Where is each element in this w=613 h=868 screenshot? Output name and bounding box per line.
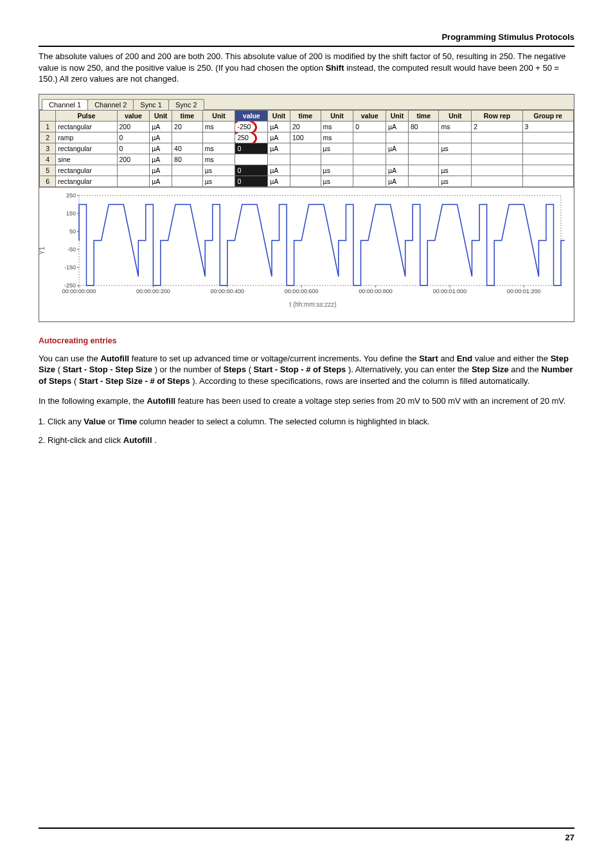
cell[interactable]: 100 <box>290 132 321 143</box>
column-header[interactable]: value <box>353 110 386 121</box>
cell[interactable]: ms <box>202 154 235 165</box>
cell[interactable] <box>172 165 203 176</box>
cell[interactable] <box>290 176 321 186</box>
cell[interactable]: ramp <box>56 132 117 143</box>
cell[interactable]: µs <box>202 176 235 186</box>
cell[interactable]: µs <box>439 165 472 176</box>
cell[interactable] <box>172 176 203 186</box>
cell[interactable]: µA <box>268 132 290 143</box>
table-row[interactable]: 5rectangularµAµs0µAµsµAµs <box>40 165 574 176</box>
cell[interactable]: 0 <box>117 143 150 154</box>
cell[interactable]: µA <box>386 165 409 176</box>
cell[interactable]: µA <box>386 176 409 186</box>
cell[interactable]: 200 <box>117 154 150 165</box>
cell[interactable]: µs <box>439 176 472 186</box>
cell[interactable] <box>522 176 574 186</box>
cell[interactable]: µA <box>268 121 290 132</box>
column-header[interactable]: time <box>290 110 321 121</box>
cell[interactable]: rectangular <box>56 176 117 186</box>
column-header[interactable]: Pulse <box>56 110 117 121</box>
table-row[interactable]: 2ramp0µA250µA100ms <box>40 132 574 143</box>
cell[interactable] <box>439 154 472 165</box>
column-header[interactable]: Unit <box>202 110 235 121</box>
column-header[interactable]: Unit <box>321 110 353 121</box>
column-header[interactable]: value <box>235 110 268 121</box>
cell[interactable] <box>408 176 439 186</box>
cell[interactable] <box>290 143 321 154</box>
cell[interactable]: µA <box>150 176 172 186</box>
cell[interactable] <box>172 132 203 143</box>
cell[interactable]: µA <box>268 143 290 154</box>
cell[interactable] <box>522 132 574 143</box>
cell[interactable]: ms <box>321 132 353 143</box>
cell[interactable] <box>290 154 321 165</box>
column-header[interactable]: Unit <box>439 110 472 121</box>
cell[interactable]: 20 <box>172 121 203 132</box>
cell[interactable]: 0 <box>235 176 268 186</box>
cell[interactable]: µA <box>268 176 290 186</box>
cell[interactable] <box>353 143 386 154</box>
column-header[interactable]: Row rep <box>472 110 522 121</box>
cell[interactable]: -250 <box>235 121 268 132</box>
cell[interactable]: ms <box>202 121 235 132</box>
cell[interactable]: µA <box>150 143 172 154</box>
cell[interactable]: rectangular <box>56 165 117 176</box>
cell[interactable] <box>472 132 522 143</box>
cell[interactable] <box>321 154 353 165</box>
cell[interactable] <box>290 165 321 176</box>
cell[interactable]: 40 <box>172 143 203 154</box>
cell[interactable]: ms <box>439 121 472 132</box>
cell[interactable] <box>117 176 150 186</box>
table-row[interactable]: 4sine200µA80ms <box>40 154 574 165</box>
cell[interactable] <box>439 132 472 143</box>
column-header[interactable]: time <box>408 110 439 121</box>
cell[interactable]: 20 <box>290 121 321 132</box>
column-header[interactable] <box>40 110 56 121</box>
cell[interactable] <box>353 176 386 186</box>
cell[interactable]: µA <box>268 165 290 176</box>
column-header[interactable]: Unit <box>150 110 172 121</box>
table-row[interactable]: 6rectangularµAµs0µAµsµAµs <box>40 176 574 186</box>
cell[interactable] <box>408 154 439 165</box>
cell[interactable]: µA <box>150 154 172 165</box>
cell[interactable] <box>472 154 522 165</box>
column-header[interactable]: value <box>117 110 150 121</box>
cell[interactable]: 0 <box>117 132 150 143</box>
cell[interactable]: sine <box>56 154 117 165</box>
column-header[interactable]: time <box>172 110 203 121</box>
tab-channel-1[interactable]: Channel 1 <box>42 99 88 110</box>
tab-sync-2[interactable]: Sync 2 <box>168 99 204 110</box>
cell[interactable]: 250 <box>235 132 268 143</box>
cell[interactable]: µA <box>386 143 409 154</box>
cell[interactable]: rectangular <box>56 143 117 154</box>
cell[interactable]: µs <box>321 165 353 176</box>
cell[interactable] <box>408 132 439 143</box>
cell[interactable]: 2 <box>472 121 522 132</box>
cell[interactable] <box>472 143 522 154</box>
cell[interactable] <box>386 154 409 165</box>
cell[interactable]: µs <box>202 165 235 176</box>
cell[interactable] <box>408 165 439 176</box>
cell[interactable]: 3 <box>522 121 574 132</box>
cell[interactable] <box>472 176 522 186</box>
cell[interactable]: 200 <box>117 121 150 132</box>
cell[interactable] <box>353 165 386 176</box>
cell[interactable]: 0 <box>235 143 268 154</box>
column-header[interactable]: Unit <box>268 110 290 121</box>
column-header[interactable]: Unit <box>386 110 409 121</box>
tab-sync-1[interactable]: Sync 1 <box>133 99 169 110</box>
cell[interactable]: µA <box>150 165 172 176</box>
tab-channel-2[interactable]: Channel 2 <box>87 99 134 110</box>
table-row[interactable]: 3rectangular0µA40ms0µAµsµAµs <box>40 143 574 154</box>
cell[interactable] <box>522 154 574 165</box>
cell[interactable]: µA <box>150 132 172 143</box>
cell[interactable] <box>235 154 268 165</box>
cell[interactable]: µA <box>150 121 172 132</box>
cell[interactable]: µA <box>386 121 409 132</box>
cell[interactable]: 80 <box>172 154 203 165</box>
cell[interactable] <box>472 165 522 176</box>
cell[interactable]: 0 <box>353 121 386 132</box>
cell[interactable]: µs <box>321 176 353 186</box>
cell[interactable] <box>353 154 386 165</box>
cell[interactable]: 80 <box>408 121 439 132</box>
